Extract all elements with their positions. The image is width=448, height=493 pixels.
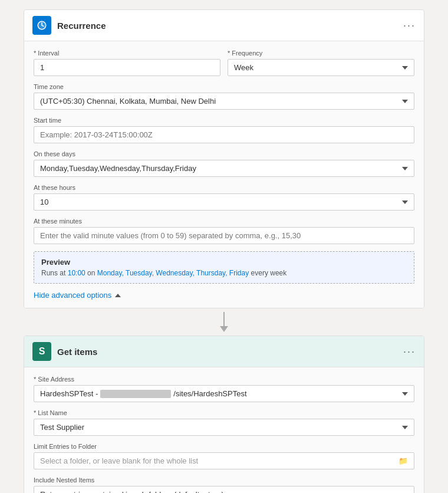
frequency-label: * Frequency [228, 50, 414, 57]
at-these-hours-row: At these hours 10 [34, 184, 414, 211]
include-nested-row: Include Nested Items Return entries cont… [34, 476, 414, 493]
on-these-days-label: On these days [34, 150, 414, 157]
site-address-redacted [100, 390, 171, 398]
limit-entries-label: Limit Entries to Folder [34, 443, 414, 450]
on-these-days-select[interactable]: Monday,Tuesday,Wednesday,Thursday,Friday [34, 160, 414, 177]
get-items-card: S Get items ··· * Site Address HardeshSP… [24, 336, 424, 493]
at-these-minutes-input[interactable] [34, 227, 414, 244]
site-address-group: * Site Address HardeshSPTest - /sites/Ha… [34, 376, 414, 402]
preview-days: Monday, Tuesday, Wednesday, Thursday, Fr… [97, 269, 249, 277]
interval-frequency-row: * Interval * Frequency Week [34, 50, 414, 76]
site-address-prefix: HardeshSPTest - [40, 389, 98, 398]
limit-entries-select[interactable]: Select a folder, or leave blank for the … [34, 452, 414, 469]
preview-on: on [85, 269, 97, 277]
on-these-days-chevron-icon [402, 167, 408, 170]
frequency-select[interactable]: Week [228, 59, 414, 76]
timezone-label: Time zone [34, 83, 414, 90]
at-these-minutes-group: At these minutes [34, 218, 414, 244]
get-items-body: * Site Address HardeshSPTest - /sites/Ha… [24, 367, 424, 493]
at-these-hours-chevron-icon [402, 201, 408, 204]
site-address-select[interactable]: HardeshSPTest - /sites/HardeshSPTest [34, 385, 414, 402]
get-items-header-left: S Get items [32, 342, 97, 361]
get-items-header: S Get items ··· [24, 336, 424, 367]
interval-group: * Interval [34, 50, 220, 76]
start-time-label: Start time [34, 117, 414, 124]
at-these-minutes-row: At these minutes [34, 218, 414, 244]
hide-advanced-options-link[interactable]: Hide advanced options [34, 291, 414, 300]
site-address-label: * Site Address [34, 376, 414, 383]
at-these-minutes-label: At these minutes [34, 218, 414, 225]
recurrence-title: Recurrence [57, 21, 106, 31]
timezone-chevron-icon [402, 100, 408, 103]
at-these-hours-select[interactable]: 10 [34, 193, 414, 211]
start-time-row: Start time [34, 117, 414, 143]
on-these-days-row: On these days Monday,Tuesday,Wednesday,T… [34, 150, 414, 177]
frequency-group: * Frequency Week [228, 50, 414, 76]
list-name-group: * List Name Test Supplier [34, 409, 414, 436]
get-items-icon: S [32, 342, 51, 361]
interval-label: * Interval [34, 50, 220, 57]
connector-arrow-1 [220, 326, 228, 332]
recurrence-header-left: Recurrence [32, 16, 106, 35]
recurrence-icon [32, 16, 51, 35]
preview-prefix: Runs at [41, 269, 68, 277]
at-these-hours-group: At these hours 10 [34, 184, 414, 211]
timezone-row: Time zone (UTC+05:30) Chennai, Kolkata, … [34, 83, 414, 110]
site-address-value: HardeshSPTest - /sites/HardeshSPTest [40, 389, 402, 398]
list-name-select[interactable]: Test Supplier [34, 419, 414, 436]
get-items-more-button[interactable]: ··· [403, 346, 416, 357]
list-name-row: * List Name Test Supplier [34, 409, 414, 436]
list-name-label: * List Name [34, 409, 414, 416]
site-address-chevron-icon [402, 392, 408, 396]
hide-advanced-options-label: Hide advanced options [34, 291, 111, 300]
include-nested-label: Include Nested Items [34, 476, 414, 484]
include-nested-value: Return entries contained in sub-folders … [40, 490, 224, 493]
include-nested-group: Include Nested Items Return entries cont… [34, 476, 414, 493]
timezone-select[interactable]: (UTC+05:30) Chennai, Kolkata, Mumbai, Ne… [34, 93, 414, 110]
connector-1 [220, 312, 228, 332]
recurrence-body: * Interval * Frequency Week Time zone (U… [24, 41, 424, 308]
hide-advanced-chevron-icon [115, 294, 121, 297]
preview-title: Preview [41, 258, 407, 267]
on-these-days-value: Monday,Tuesday,Wednesday,Thursday,Friday [40, 164, 196, 173]
frequency-chevron-icon [402, 66, 408, 70]
recurrence-card: Recurrence ··· * Interval * Frequency We… [24, 9, 424, 308]
recurrence-header: Recurrence ··· [24, 10, 424, 41]
preview-text: Runs at 10:00 on Monday, Tuesday, Wednes… [41, 269, 407, 277]
start-time-input[interactable] [34, 126, 414, 143]
timezone-value: (UTC+05:30) Chennai, Kolkata, Mumbai, Ne… [40, 97, 216, 106]
timezone-group: Time zone (UTC+05:30) Chennai, Kolkata, … [34, 83, 414, 110]
site-address-suffix: /sites/HardeshSPTest [173, 389, 246, 398]
list-name-value: Test Supplier [40, 423, 84, 432]
get-items-icon-letter: S [39, 346, 45, 357]
recurrence-more-button[interactable]: ··· [403, 20, 416, 31]
limit-entries-placeholder: Select a folder, or leave blank for the … [40, 456, 198, 465]
folder-icon: 📁 [398, 456, 408, 465]
limit-entries-row: Limit Entries to Folder Select a folder,… [34, 443, 414, 469]
preview-time: 10:00 [68, 269, 85, 277]
interval-input[interactable] [34, 59, 220, 76]
list-name-chevron-icon [402, 426, 408, 429]
frequency-value: Week [234, 63, 253, 72]
preview-suffix: every week [249, 269, 286, 277]
get-items-title: Get items [57, 347, 97, 357]
limit-entries-group: Limit Entries to Folder Select a folder,… [34, 443, 414, 469]
include-nested-select[interactable]: Return entries contained in sub-folders … [34, 486, 414, 493]
site-address-row: * Site Address HardeshSPTest - /sites/Ha… [34, 376, 414, 402]
at-these-hours-value: 10 [40, 198, 48, 206]
start-time-group: Start time [34, 117, 414, 143]
at-these-hours-label: At these hours [34, 184, 414, 191]
on-these-days-group: On these days Monday,Tuesday,Wednesday,T… [34, 150, 414, 177]
connector-line-1 [223, 312, 225, 326]
preview-box: Preview Runs at 10:00 on Monday, Tuesday… [34, 251, 414, 284]
